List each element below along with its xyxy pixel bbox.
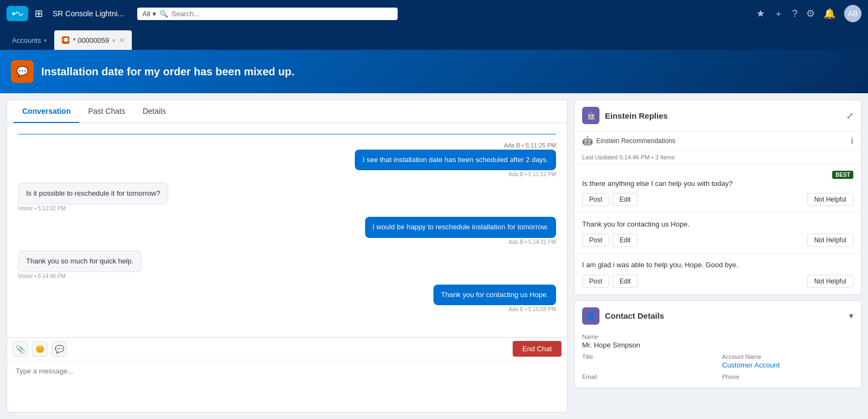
reply-actions: Post Edit Not Helpful bbox=[582, 275, 853, 288]
edit-button-2[interactable]: Edit bbox=[612, 234, 638, 247]
chat-input-field[interactable] bbox=[7, 360, 567, 412]
message-time: Visitor • 5:12:02 PM bbox=[18, 205, 66, 211]
einstein-card-actions: ⤢ bbox=[846, 111, 853, 121]
top-navigation: ⊞ SR Console Lightni... All ▾ 🔍 ★ ＋ ? ⚙ … bbox=[0, 0, 868, 27]
post-button-3[interactable]: Post bbox=[582, 275, 609, 288]
contact-details-title: Contact Details bbox=[605, 311, 664, 320]
message-time: Ada B • 5:11:51 PM bbox=[509, 171, 556, 177]
message-time: Visitor • 5:14:46 PM bbox=[18, 273, 66, 279]
account-field-group: Account Name Customer Account bbox=[722, 353, 853, 369]
contact-details-card: 👤 Contact Details ▾ Name Mr. Hope Simpso… bbox=[574, 300, 861, 388]
app-name: SR Console Lightni... bbox=[53, 9, 124, 18]
message-textarea[interactable] bbox=[16, 367, 558, 404]
chat-tab-icon: 💬 bbox=[62, 36, 69, 44]
user-avatar[interactable]: AB bbox=[844, 5, 861, 22]
search-scope-selector[interactable]: All ▾ bbox=[143, 10, 156, 18]
einstein-replies-title: Einstein Replies bbox=[605, 111, 668, 120]
message-row: Thank you so much for quick help. Visito… bbox=[18, 250, 556, 279]
name-label: Name bbox=[582, 333, 713, 340]
einstein-replies-header: 🤖 Einstein Replies ⤢ bbox=[575, 100, 861, 131]
contact-details-header: 👤 Contact Details ▾ bbox=[575, 301, 861, 331]
main-content: Conversation Past Chats Details Ada B • … bbox=[0, 93, 868, 419]
reply-item: Thank you for contacting us Hope. Post E… bbox=[575, 213, 861, 254]
name-value: Mr. Hope Simpson bbox=[582, 341, 713, 349]
grid-icon[interactable]: ⊞ bbox=[35, 8, 43, 20]
accounts-tab-chevron-icon: ▾ bbox=[44, 37, 47, 43]
post-button-2[interactable]: Post bbox=[582, 234, 609, 247]
einstein-icon: 🤖 bbox=[582, 107, 599, 124]
einstein-sub-header: 🤖 Einstein Recommendations ℹ bbox=[575, 131, 861, 151]
tab-accounts[interactable]: Accounts ▾ bbox=[4, 30, 54, 50]
einstein-replies-card: 🤖 Einstein Replies ⤢ 🤖 Einstein Recommen… bbox=[574, 100, 861, 295]
chat-tab-close-icon[interactable]: ✕ bbox=[119, 37, 124, 44]
message-row: I would be happy to reschedule installat… bbox=[18, 217, 556, 244]
email-label: Email bbox=[582, 373, 713, 380]
einstein-expand-icon[interactable]: ⤢ bbox=[846, 111, 853, 121]
attachment-button[interactable]: 📎 bbox=[12, 341, 28, 357]
right-panel: 🤖 Einstein Replies ⤢ 🤖 Einstein Recommen… bbox=[574, 100, 861, 412]
tab-conversation[interactable]: Conversation bbox=[14, 100, 79, 123]
svg-point-1 bbox=[12, 12, 15, 15]
account-name-field-group bbox=[722, 333, 853, 349]
chat-tab-chevron-icon: ▾ bbox=[112, 37, 115, 43]
reply-item: BEST Is there anything else I can help y… bbox=[575, 164, 861, 213]
message-row: Is it possible to reschedule it for tomo… bbox=[18, 183, 556, 211]
edit-button-1[interactable]: Edit bbox=[612, 193, 638, 206]
chat-toolbar: 📎 😊 💬 End Chat bbox=[7, 338, 567, 360]
message-time: Ada B • 5:14:31 PM bbox=[509, 239, 556, 245]
favorites-icon[interactable]: ★ bbox=[756, 8, 765, 20]
chat-input-area: 📎 😊 💬 End Chat bbox=[7, 337, 567, 412]
emoji-button[interactable]: 😊 bbox=[32, 341, 47, 357]
einstein-sub-label: Einstein Recommendations bbox=[596, 137, 675, 145]
title-label: Title bbox=[582, 353, 713, 360]
phone-label: Phone bbox=[722, 373, 853, 380]
conversation-header-icon: 💬 bbox=[11, 60, 34, 83]
help-icon[interactable]: ? bbox=[792, 8, 797, 20]
message-bubble: Is it possible to reschedule it for tomo… bbox=[18, 183, 168, 204]
search-icon: 🔍 bbox=[159, 10, 168, 18]
notifications-icon[interactable]: 🔔 bbox=[824, 8, 835, 20]
chat-panel: Conversation Past Chats Details Ada B • … bbox=[7, 100, 567, 412]
reply-text: Is there anything else I can help you wi… bbox=[582, 179, 853, 189]
conversation-header: 💬 Installation date for my order has bee… bbox=[0, 50, 868, 93]
not-helpful-button-1[interactable]: Not Helpful bbox=[807, 193, 853, 206]
chat-tab-label: * 00000059 bbox=[73, 36, 109, 44]
end-chat-button[interactable]: End Chat bbox=[513, 341, 561, 357]
edit-button-3[interactable]: Edit bbox=[612, 275, 638, 288]
tab-chat[interactable]: 💬 * 00000059 ▾ ✕ bbox=[54, 30, 132, 50]
accounts-tab-label: Accounts bbox=[12, 36, 41, 44]
reply-text: Thank you for contacting us Hope. bbox=[582, 220, 853, 229]
add-icon[interactable]: ＋ bbox=[774, 7, 783, 20]
salesforce-logo[interactable] bbox=[7, 6, 28, 21]
einstein-meta: Last Updated 5:14:46 PM • 3 Items bbox=[575, 151, 861, 164]
divider-line bbox=[18, 134, 556, 134]
name-field-group: Name Mr. Hope Simpson bbox=[582, 333, 713, 349]
bot-icon: 🤖 bbox=[582, 136, 593, 146]
tab-details[interactable]: Details bbox=[134, 100, 175, 123]
not-helpful-button-3[interactable]: Not Helpful bbox=[807, 275, 853, 288]
global-search-bar[interactable]: All ▾ 🔍 bbox=[137, 8, 398, 20]
settings-icon[interactable]: ⚙ bbox=[806, 8, 815, 20]
best-badge: BEST bbox=[832, 171, 853, 179]
contact-fields: Name Mr. Hope Simpson Title Account Name… bbox=[575, 331, 861, 388]
contact-expand-icon[interactable]: ▾ bbox=[849, 311, 853, 321]
info-icon[interactable]: ℹ bbox=[851, 137, 853, 145]
conversation-header-title: Installation date for my order has been … bbox=[41, 66, 295, 78]
message-time: Ada B • 5:15:08 PM bbox=[509, 306, 556, 312]
message-sender: Ada B • 5:11:25 PM bbox=[504, 142, 556, 149]
message-bubble: I see that installation date has been sc… bbox=[355, 150, 556, 170]
tab-past-chats[interactable]: Past Chats bbox=[79, 100, 133, 123]
not-helpful-button-2[interactable]: Not Helpful bbox=[807, 234, 853, 247]
message-row: Ada B • 5:11:25 PM I see that installati… bbox=[18, 142, 556, 177]
chat-options-button[interactable]: 💬 bbox=[52, 341, 67, 357]
message-bubble: Thank you for contacting us Hope. bbox=[433, 285, 556, 305]
search-input[interactable] bbox=[171, 10, 392, 18]
account-label: Account Name bbox=[722, 353, 853, 360]
message-bubble: Thank you so much for quick help. bbox=[18, 250, 142, 272]
email-field-group: Email bbox=[582, 373, 713, 381]
top-nav-right: ★ ＋ ? ⚙ 🔔 AB bbox=[756, 5, 861, 22]
message-bubble: I would be happy to reschedule installat… bbox=[365, 217, 556, 237]
post-button-1[interactable]: Post bbox=[582, 193, 609, 206]
account-value[interactable]: Customer Account bbox=[722, 361, 853, 369]
contact-icon: 👤 bbox=[582, 307, 599, 325]
